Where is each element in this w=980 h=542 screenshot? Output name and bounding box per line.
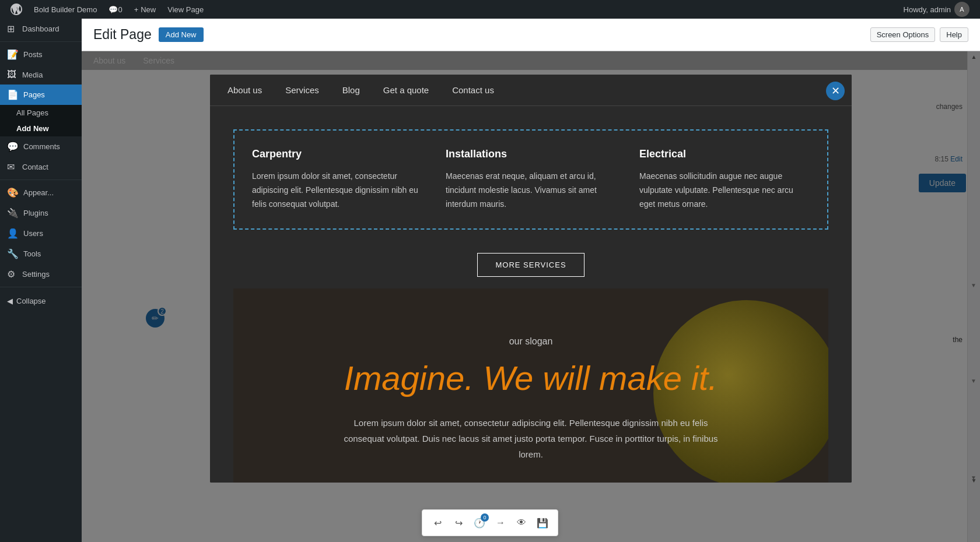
users-icon: 👤 <box>7 228 19 239</box>
menu-separator-3 <box>0 287 82 287</box>
plugins-icon: 🔌 <box>7 207 19 219</box>
popup-nav-about[interactable]: About us <box>228 75 262 105</box>
popup-overlay[interactable]: About us Services Blog Get a quote Conta… <box>82 51 980 542</box>
all-pages-item[interactable]: All Pages <box>0 105 82 121</box>
history-button[interactable]: 🕐 0 <box>469 512 490 533</box>
settings-label: Settings <box>22 270 50 279</box>
admin-sidebar: ⊞ Dashboard 📝 Posts 🖼 Media 📄 Pages All … <box>0 19 82 542</box>
popup-nav-contact[interactable]: Contact us <box>452 75 494 105</box>
add-new-label: Add New <box>16 124 49 133</box>
sidebar-item-appearance[interactable]: 🎨 Appear... <box>0 182 82 203</box>
dark-section: our slogan Imagine. We will make it. Lor… <box>233 288 828 483</box>
view-page-label: View Page <box>167 5 204 14</box>
sidebar-item-pages[interactable]: 📄 Pages <box>0 85 82 105</box>
contact-label: Contact <box>22 163 48 171</box>
sidebar-item-contact[interactable]: ✉ Contact <box>0 157 82 177</box>
service-title-2: Electrical <box>639 148 810 160</box>
wp-logo-item[interactable] <box>5 0 28 19</box>
tools-icon: 🔧 <box>7 248 19 259</box>
more-services-button[interactable]: MORE SERVICES <box>477 253 584 277</box>
howdy-item[interactable]: Howdy, admin A <box>898 2 975 17</box>
users-label: Users <box>23 229 43 238</box>
sidebar-item-posts[interactable]: 📝 Posts <box>0 44 82 65</box>
menu-separator-1 <box>0 41 82 42</box>
sidebar-item-tools[interactable]: 🔧 Tools <box>0 244 82 264</box>
slogan-heading: Imagine. We will make it. <box>344 358 718 397</box>
pages-icon: 📄 <box>7 89 19 100</box>
sidebar-item-media[interactable]: 🖼 Media <box>0 65 82 85</box>
save-button[interactable]: 💾 <box>532 512 553 533</box>
add-new-item[interactable]: Add New <box>0 121 82 136</box>
service-desc-2: Maecenas sollicitudin augue nec augue vu… <box>639 170 810 211</box>
view-page-item[interactable]: View Page <box>162 0 209 19</box>
header-right: Screen Options Help <box>870 27 968 42</box>
popup-nav-services[interactable]: Services <box>285 75 319 105</box>
preview-button[interactable]: 👁 <box>511 512 532 533</box>
plugins-label: Plugins <box>23 209 48 217</box>
new-icon: + <box>134 5 139 14</box>
howdy-text: Howdy, admin <box>904 5 951 14</box>
posts-label: Posts <box>23 50 43 59</box>
service-item-installations: Installations Maecenas erat neque, aliqu… <box>446 148 616 211</box>
add-new-button[interactable]: Add New <box>159 27 204 42</box>
site-name-item[interactable]: Bold Builder Demo <box>28 0 103 19</box>
undo-icon: ↩ <box>434 518 442 529</box>
comments-count: 0 <box>118 5 122 14</box>
media-icon: 🖼 <box>7 69 18 80</box>
collapse-label: Collapse <box>16 297 46 305</box>
sidebar-item-plugins[interactable]: 🔌 Plugins <box>0 203 82 223</box>
sidebar-item-dashboard[interactable]: ⊞ Dashboard <box>0 19 82 39</box>
popup-close-button[interactable]: ✕ <box>826 82 845 100</box>
popup-nav: About us Services Blog Get a quote Conta… <box>210 75 852 106</box>
appearance-icon: 🎨 <box>7 187 19 198</box>
redo-icon: ↪ <box>455 518 463 529</box>
popup-content: Carpentry Lorem ipsum dolor sit amet, co… <box>210 106 852 483</box>
adminbar-right: Howdy, admin A <box>898 2 975 17</box>
comments-menu-label: Comments <box>23 142 60 151</box>
service-title-1: Installations <box>446 148 616 160</box>
slogan-text: Lorem ipsum dolor sit amet, consectetur … <box>332 415 729 462</box>
collapse-arrow-icon: ◀ <box>7 297 13 305</box>
page-title: Edit Page <box>93 27 152 43</box>
pages-submenu: All Pages Add New <box>0 105 82 136</box>
arrow-right-button[interactable]: → <box>490 512 511 533</box>
comments-icon: 💬 <box>108 5 118 14</box>
popup-nav-blog[interactable]: Blog <box>342 75 360 105</box>
service-item-electrical: Electrical Maecenas sollicitudin augue n… <box>639 148 810 211</box>
help-button[interactable]: Help <box>940 27 968 42</box>
service-title-0: Carpentry <box>252 148 422 160</box>
site-name-label: Bold Builder Demo <box>34 5 97 14</box>
comments-menu-icon: 💬 <box>7 141 19 152</box>
sidebar-item-users[interactable]: 👤 Users <box>0 223 82 244</box>
menu-separator-2 <box>0 180 82 180</box>
sidebar-item-comments[interactable]: 💬 Comments <box>0 136 82 157</box>
service-desc-0: Lorem ipsum dolor sit amet, consectetur … <box>252 170 422 211</box>
new-item[interactable]: + New <box>128 0 162 19</box>
media-label: Media <box>22 71 43 79</box>
page-header: Edit Page Add New Screen Options Help <box>82 19 980 51</box>
sidebar-item-settings[interactable]: ⚙ Settings <box>0 264 82 284</box>
all-pages-label: All Pages <box>16 108 48 117</box>
admin-avatar: A <box>954 2 970 17</box>
services-grid: Carpentry Lorem ipsum dolor sit amet, co… <box>233 129 828 230</box>
appearance-label: Appear... <box>23 188 54 197</box>
undo-button[interactable]: ↩ <box>427 512 448 533</box>
editor-toolbar: ↩ ↪ 🕐 0 → 👁 💾 <box>422 509 558 536</box>
dashboard-label: Dashboard <box>22 24 60 33</box>
comments-item[interactable]: 💬 0 <box>103 0 128 19</box>
close-icon: ✕ <box>831 85 840 97</box>
pages-label: Pages <box>23 90 45 99</box>
redo-button[interactable]: ↪ <box>448 512 469 533</box>
more-services-wrap: MORE SERVICES <box>233 247 828 288</box>
popup-nav-quote[interactable]: Get a quote <box>383 75 429 105</box>
history-badge: 0 <box>481 513 489 522</box>
screen-options-button[interactable]: Screen Options <box>870 27 936 42</box>
admin-bar: Bold Builder Demo 💬 0 + New View Page Ho… <box>0 0 980 19</box>
arrow-right-icon: → <box>496 518 505 528</box>
main-content: Edit Page Add New Screen Options Help Ab… <box>82 19 980 542</box>
service-desc-1: Maecenas erat neque, aliquam et arcu id,… <box>446 170 616 211</box>
slogan-label: our slogan <box>509 336 553 347</box>
contact-icon: ✉ <box>7 161 18 173</box>
dashboard-icon: ⊞ <box>7 23 18 34</box>
collapse-menu-item[interactable]: ◀ Collapse <box>0 290 82 312</box>
